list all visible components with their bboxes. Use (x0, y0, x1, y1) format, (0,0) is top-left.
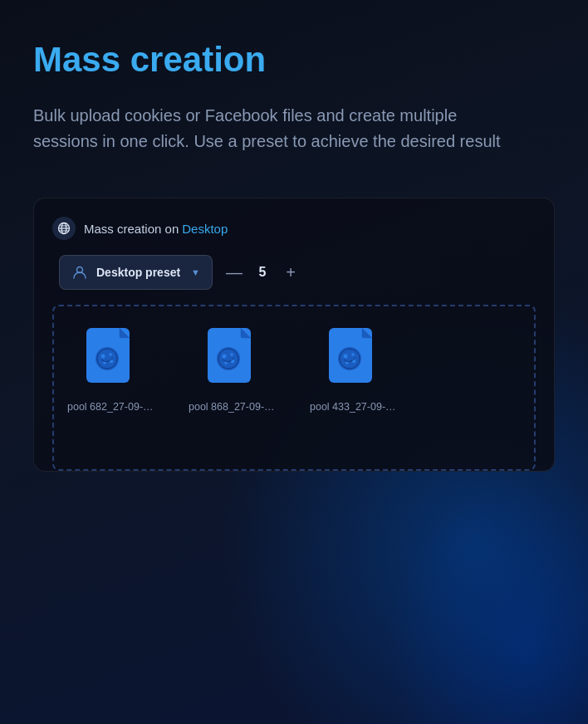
file-name-2: pool 868_27-09-20... (189, 401, 280, 413)
file-name-1: pool 682_27-09-202... (67, 401, 159, 413)
panel-header-text: Mass creation onDesktop (84, 222, 228, 236)
cookie-file-icon-3 (327, 326, 384, 393)
cookie-file-icon-2 (206, 326, 262, 393)
panel-icon (52, 217, 76, 240)
counter-minus-button[interactable]: — (224, 262, 244, 282)
svg-point-24 (351, 353, 355, 356)
file-drop-zone[interactable]: pool 682_27-09-202... (52, 305, 536, 471)
svg-point-10 (109, 353, 112, 356)
file-name-3: pool 433_27-09-202... (310, 401, 401, 413)
main-container: Mass creation Bulk upload cookies or Fac… (0, 0, 588, 724)
counter-plus-button[interactable]: + (281, 262, 301, 282)
list-item: pool 868_27-09-20... (189, 326, 280, 413)
counter-value: 5 (256, 265, 269, 280)
page-description: Bulk upload cookies or Facebook files an… (33, 103, 515, 154)
page-title: Mass creation (33, 40, 555, 80)
svg-point-14 (217, 347, 240, 370)
panel-header: Mass creation onDesktop (52, 217, 536, 240)
chevron-down-icon: ▼ (191, 267, 200, 277)
svg-point-7 (96, 347, 119, 370)
svg-point-17 (230, 353, 233, 356)
cookie-file-icon (85, 326, 141, 393)
counter-control: — 5 + (224, 262, 301, 282)
svg-point-21 (338, 347, 361, 370)
mass-creation-panel: Mass creation onDesktop Desktop preset ▼… (33, 198, 555, 472)
svg-point-9 (101, 355, 105, 359)
svg-point-23 (344, 355, 348, 359)
preset-person-icon (71, 264, 88, 281)
list-item: pool 433_27-09-202... (310, 326, 401, 413)
controls-row: Desktop preset ▼ — 5 + (52, 255, 536, 290)
preset-dropdown[interactable]: Desktop preset ▼ (59, 255, 213, 290)
svg-point-16 (223, 355, 227, 359)
preset-label: Desktop preset (96, 266, 183, 279)
list-item: pool 682_27-09-202... (67, 326, 159, 413)
